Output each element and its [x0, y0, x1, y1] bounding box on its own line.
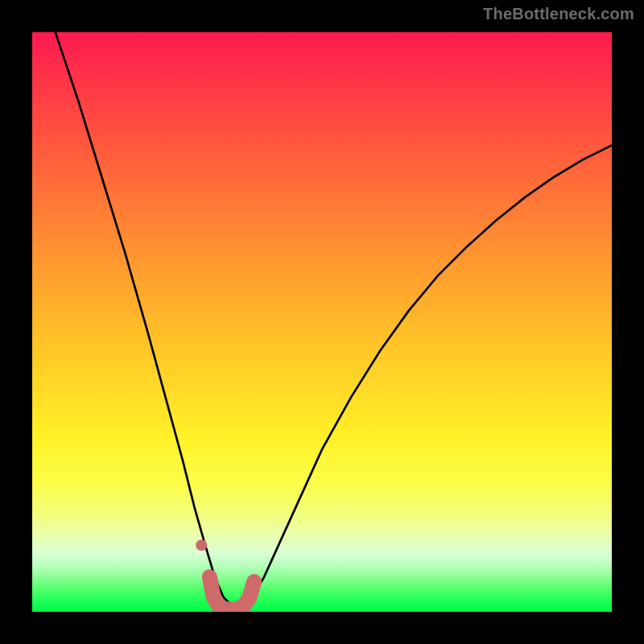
bottleneck-curve	[56, 32, 612, 606]
curve-layer	[32, 32, 612, 612]
watermark-text: TheBottleneck.com	[483, 5, 634, 23]
trough-marker-dot	[196, 539, 207, 551]
plot-area	[32, 32, 612, 612]
chart-frame: TheBottleneck.com	[0, 0, 644, 644]
trough-marker	[209, 577, 254, 609]
